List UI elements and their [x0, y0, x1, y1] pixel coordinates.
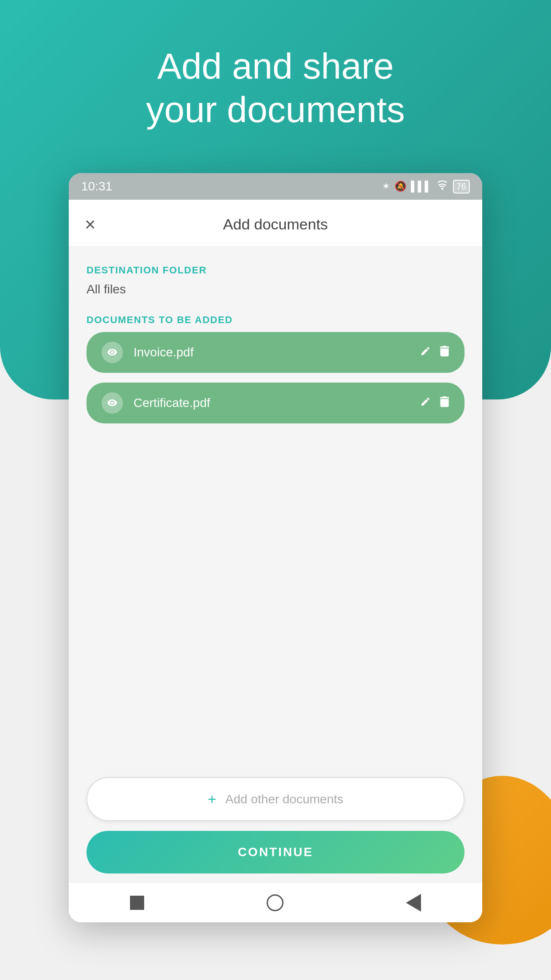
bluetooth-icon: ✶: [382, 181, 390, 192]
edit-icon-invoice[interactable]: [420, 345, 431, 360]
status-bar: 10:31 ✶ 🔕 ▌▌▌ 76: [69, 173, 482, 200]
screen-title: Add documents: [223, 216, 328, 233]
destination-section: DESTINATION FOLDER All files: [87, 265, 464, 314]
doc-actions-invoice: [420, 345, 449, 360]
app-body: DESTINATION FOLDER All files DOCUMENTS T…: [69, 247, 482, 777]
document-name-certificate: Certificate.pdf: [134, 396, 420, 410]
app-header: × Add documents: [69, 200, 482, 247]
nav-square-button[interactable]: [130, 896, 144, 910]
add-other-documents-button[interactable]: + Add other documents: [87, 777, 464, 821]
eye-icon-certificate[interactable]: [102, 392, 123, 414]
back-triangle-icon: [406, 894, 421, 912]
document-item-invoice: Invoice.pdf: [87, 332, 464, 373]
delete-icon-invoice[interactable]: [440, 345, 449, 360]
doc-actions-certificate: [420, 396, 449, 410]
destination-label: DESTINATION FOLDER: [87, 265, 464, 276]
documents-section: DOCUMENTS TO BE ADDED Invoice.pdf: [87, 314, 464, 433]
phone-mockup: 10:31 ✶ 🔕 ▌▌▌ 76 × Add documents DESTINA…: [69, 173, 482, 922]
circle-icon: [267, 894, 283, 911]
signal-icon: ▌▌▌: [411, 181, 432, 192]
destination-value: All files: [87, 282, 464, 296]
wifi-icon: [436, 180, 449, 193]
eye-icon-invoice[interactable]: [102, 342, 123, 363]
hero-title: Add and share your documents: [0, 44, 551, 132]
nav-circle-button[interactable]: [267, 894, 283, 911]
nav-back-button[interactable]: [406, 894, 421, 912]
continue-button[interactable]: CONTINUE: [87, 831, 464, 873]
bottom-actions: + Add other documents CONTINUE: [69, 777, 482, 882]
add-other-label: Add other documents: [225, 792, 343, 806]
body-spacer: [87, 433, 464, 764]
edit-icon-certificate[interactable]: [420, 396, 431, 410]
status-icons: ✶ 🔕 ▌▌▌ 76: [382, 180, 470, 194]
mute-icon: 🔕: [394, 181, 406, 192]
document-name-invoice: Invoice.pdf: [134, 345, 420, 360]
documents-label: DOCUMENTS TO BE ADDED: [87, 314, 464, 326]
close-button[interactable]: ×: [85, 215, 96, 234]
document-item-certificate: Certificate.pdf: [87, 383, 464, 423]
delete-icon-certificate[interactable]: [440, 396, 449, 410]
app-content: × Add documents DESTINATION FOLDER All f…: [69, 200, 482, 922]
status-time: 10:31: [81, 179, 112, 194]
square-icon: [130, 896, 144, 910]
battery-icon: 76: [453, 180, 470, 194]
plus-icon: +: [208, 790, 216, 808]
nav-bar: [69, 882, 482, 922]
